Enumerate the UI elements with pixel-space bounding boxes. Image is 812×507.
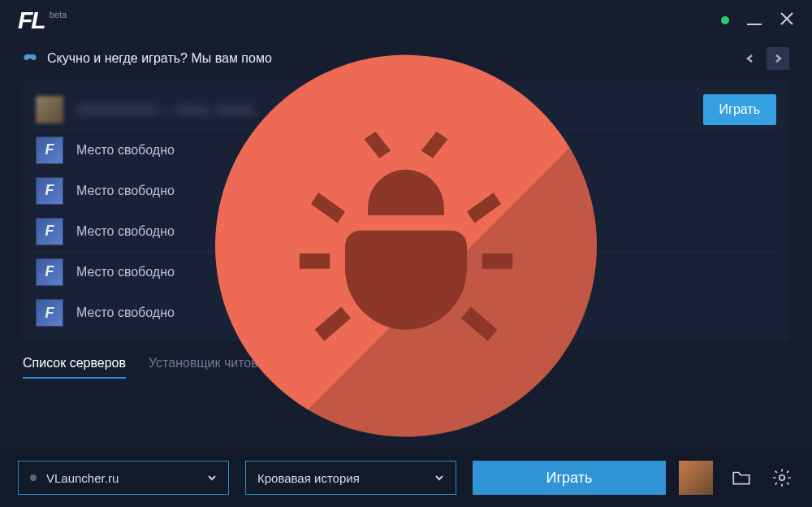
close-button[interactable] [780, 11, 794, 29]
preset-name: Кровавая история [257, 471, 360, 485]
open-folder-button[interactable] [729, 466, 754, 490]
play-button[interactable]: Играть [473, 461, 666, 495]
server-name-blurred: XXXXXXXXXX — Xxxxx, Xxxxxx [76, 102, 254, 116]
featured-server-row[interactable]: XXXXXXXXXX — Xxxxx, Xxxxxx Играть [31, 89, 781, 130]
carousel-next-button[interactable] [767, 47, 789, 70]
slot-label: Место свободно [76, 224, 175, 239]
tab-install[interactable]: Устан [281, 356, 315, 379]
folder-icon [731, 467, 752, 488]
settings-button[interactable] [770, 466, 794, 490]
slot-label: Место свободно [76, 143, 175, 158]
chevron-down-icon [434, 473, 444, 483]
chevron-left-icon [745, 54, 755, 63]
tab-server-list[interactable]: Список серверов [23, 356, 126, 379]
chevron-right-icon [773, 54, 783, 63]
promo-text: Скучно и негде играть? Мы вам помо [47, 51, 272, 66]
server-slot-row[interactable]: F Место свободно [31, 171, 781, 211]
app-logo: FL beta [18, 6, 67, 34]
tab-cheat-installer[interactable]: Установщик читов [149, 356, 258, 379]
slot-label: Место свободно [76, 184, 175, 198]
slot-label: Место свободно [76, 306, 175, 320]
server-icon [36, 96, 63, 124]
minimize-button[interactable] [747, 15, 762, 25]
slot-icon: F [36, 218, 63, 245]
slot-icon: F [36, 258, 63, 286]
close-icon [780, 11, 794, 26]
account-dropdown[interactable]: VLauncher.ru [18, 461, 229, 495]
preset-dropdown[interactable]: Кровавая история [245, 461, 456, 495]
svg-point-0 [780, 475, 785, 481]
server-slot-row[interactable]: F Место свободно [31, 252, 781, 292]
account-name: VLauncher.ru [46, 471, 119, 485]
slot-icon: F [36, 177, 63, 205]
slot-icon: F [36, 136, 63, 164]
logo-text: FL [18, 6, 45, 34]
controller-icon [23, 50, 37, 67]
server-list: XXXXXXXXXX — Xxxxx, Xxxxxx Играть F Мест… [23, 81, 789, 341]
chevron-down-icon [207, 473, 217, 483]
slot-label: Место свободно [76, 265, 175, 280]
gear-icon [771, 467, 793, 488]
server-slot-row[interactable]: F Место свободно [31, 292, 781, 333]
status-dot-icon [721, 16, 729, 24]
server-slot-row[interactable]: F Место свободно [31, 130, 781, 171]
slot-icon: F [36, 299, 63, 327]
minimize-icon [747, 24, 762, 25]
play-server-button[interactable]: Играть [703, 94, 776, 125]
server-slot-row[interactable]: F Место свободно [31, 211, 781, 252]
account-status-dot-icon [30, 474, 37, 481]
logo-badge: beta [50, 10, 67, 20]
game-thumbnail [679, 461, 713, 495]
carousel-prev-button[interactable] [739, 47, 762, 70]
